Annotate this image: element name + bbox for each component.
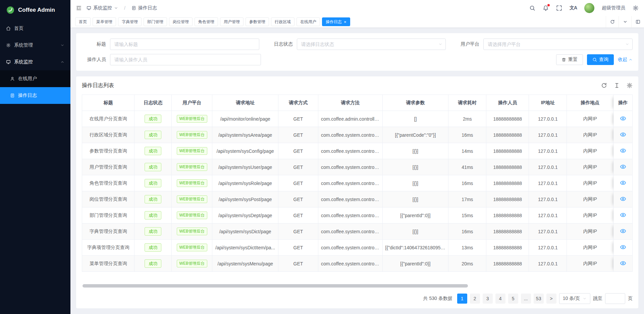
- row-function: com.coffee.system.controlle...: [318, 143, 383, 159]
- pager-ellipsis[interactable]: ...: [521, 294, 531, 304]
- chevron-down-icon: [60, 43, 64, 47]
- settings-gear-icon[interactable]: [633, 5, 639, 11]
- tab-4[interactable]: 岗位管理: [169, 17, 193, 26]
- row-operator: 18888888888: [486, 111, 529, 127]
- tab-1[interactable]: 菜单管理: [93, 17, 116, 26]
- row-url: /api/system/sysDictItem/pa...: [212, 240, 278, 256]
- density-icon[interactable]: [614, 82, 620, 88]
- platform-select[interactable]: [483, 39, 633, 50]
- pager-page-5[interactable]: 5: [508, 294, 518, 304]
- chevron-down-icon: [114, 6, 118, 10]
- view-detail-eye-icon[interactable]: [620, 196, 626, 202]
- view-detail-eye-icon[interactable]: [620, 147, 626, 154]
- row-title: 角色管理分页查询: [82, 175, 135, 191]
- pager-next-button[interactable]: >: [546, 294, 556, 304]
- view-detail-eye-icon[interactable]: [620, 131, 626, 138]
- tab-0[interactable]: 首页: [75, 17, 91, 26]
- row-ip: 127.0.0.1: [529, 111, 567, 127]
- collapse-link[interactable]: 收起: [618, 57, 633, 63]
- tab-9[interactable]: 在线用户: [297, 17, 320, 26]
- app-logo[interactable]: Coffee Admin: [0, 0, 70, 20]
- tab-10[interactable]: 操作日志×: [322, 17, 350, 26]
- notification-bell-icon[interactable]: [543, 5, 549, 11]
- search-icon[interactable]: [529, 5, 535, 11]
- view-detail-eye-icon[interactable]: [620, 164, 626, 170]
- pager-page-1[interactable]: 1: [457, 294, 467, 304]
- row-platform: WEB管理后台: [172, 207, 212, 224]
- status-select[interactable]: [297, 39, 446, 50]
- query-button[interactable]: 查询: [587, 54, 614, 65]
- search-icon: [592, 57, 597, 62]
- column-settings-icon[interactable]: [627, 82, 633, 88]
- row-duration: 2ms: [448, 111, 486, 127]
- refresh-icon[interactable]: [601, 82, 607, 88]
- row-actions: [613, 175, 633, 191]
- row-duration: 15ms: [448, 207, 486, 224]
- reset-button[interactable]: 重置: [556, 54, 583, 65]
- row-actions: [613, 143, 633, 159]
- tab-5[interactable]: 角色管理: [195, 17, 218, 26]
- tab-label: 字典管理: [122, 19, 138, 25]
- pager-page-4[interactable]: 4: [495, 294, 505, 304]
- tab-2[interactable]: 字典管理: [118, 17, 142, 26]
- row-title: 岗位管理分页查询: [82, 191, 135, 207]
- filter-item-operator: 操作人员: [82, 54, 261, 65]
- operator-input[interactable]: [110, 54, 261, 65]
- title-input[interactable]: [110, 39, 259, 50]
- tab-7[interactable]: 参数管理: [246, 17, 269, 26]
- table-row: 角色管理分页查询成功WEB管理后台/api/system/sysRole/pag…: [82, 175, 633, 191]
- view-detail-eye-icon[interactable]: [620, 212, 626, 218]
- page-size-select[interactable]: 10 条/页: [559, 293, 590, 304]
- sidebar-item-home[interactable]: 首页: [0, 20, 70, 37]
- user-name[interactable]: 超级管理员: [602, 5, 625, 11]
- tab-3[interactable]: 部门管理: [144, 17, 167, 26]
- avatar[interactable]: [584, 3, 594, 13]
- sidebar-item-system-management[interactable]: 系统管理: [0, 37, 70, 54]
- log-list-panel: 操作日志列表: [76, 76, 638, 308]
- row-url: /api/system/sysDict/page: [212, 224, 278, 240]
- pager-page-2[interactable]: 2: [470, 294, 480, 304]
- jump-page-input[interactable]: [605, 293, 625, 304]
- sidebar-collapse-icon[interactable]: [76, 5, 82, 11]
- view-detail-eye-icon[interactable]: [620, 244, 626, 250]
- sidebar-item-system-monitor[interactable]: 系统监控: [0, 54, 70, 70]
- row-function: com.coffee.system.controlle...: [318, 127, 383, 143]
- scrollbar-thumb[interactable]: [83, 284, 468, 288]
- pager-page-3[interactable]: 3: [483, 294, 493, 304]
- column-header: 标题: [82, 95, 135, 111]
- gear-icon: [6, 43, 11, 48]
- trash-icon: [561, 57, 566, 62]
- layout-panel-icon[interactable]: [631, 16, 644, 27]
- tab-6[interactable]: 用户管理: [220, 17, 244, 26]
- row-duration: 17ms: [448, 191, 486, 207]
- row-params: []: [383, 111, 449, 127]
- row-params: [{}]: [383, 224, 449, 240]
- breadcrumb-level1[interactable]: 系统监控: [87, 5, 118, 11]
- pager-page-53[interactable]: 53: [534, 294, 544, 304]
- app-root: Coffee Admin 首页 系统管理: [0, 0, 644, 314]
- tab-8[interactable]: 行政区域: [271, 17, 294, 26]
- fullscreen-icon[interactable]: [556, 5, 562, 11]
- collapse-label: 收起: [618, 57, 627, 63]
- translate-icon[interactable]: 文A: [570, 5, 577, 11]
- tabs-refresh-icon[interactable]: [606, 16, 619, 27]
- view-detail-eye-icon[interactable]: [620, 260, 626, 266]
- view-detail-eye-icon[interactable]: [620, 228, 626, 234]
- pagination-total: 共 530 条数据: [423, 296, 452, 302]
- row-actions: [613, 240, 633, 256]
- tab-controls: [606, 16, 644, 27]
- breadcrumb-level2: 操作日志: [131, 5, 157, 11]
- tabs-chevron-down-icon[interactable]: [619, 16, 631, 27]
- row-platform: WEB管理后台: [172, 127, 212, 143]
- tab-close-icon[interactable]: ×: [344, 20, 346, 24]
- row-operator: 18888888888: [486, 159, 529, 175]
- view-detail-eye-icon[interactable]: [620, 115, 626, 122]
- view-detail-eye-icon[interactable]: [620, 180, 626, 186]
- row-method: GET: [278, 175, 318, 191]
- sidebar-item-operation-log[interactable]: 操作日志: [0, 87, 70, 104]
- table-toolbar: [601, 82, 633, 88]
- sidebar-item-online-users[interactable]: 在线用户: [0, 70, 70, 87]
- row-platform: WEB管理后台: [172, 191, 212, 207]
- row-actions: [613, 207, 633, 224]
- status-badge: 成功: [145, 211, 161, 220]
